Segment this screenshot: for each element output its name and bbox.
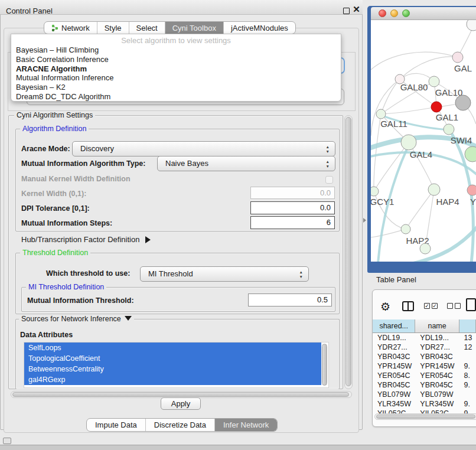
algorithm-option[interactable]: Basic Correlation Inference bbox=[11, 55, 341, 64]
split-columns-icon[interactable] bbox=[402, 301, 414, 311]
table-row[interactable]: YDL19...YDL19...13 bbox=[373, 334, 476, 343]
tab-infer-network[interactable]: Infer Network bbox=[215, 419, 277, 431]
mi-threshold-input[interactable]: 0.5 bbox=[248, 294, 332, 306]
gear-icon[interactable]: ⚙ bbox=[380, 300, 390, 314]
network-node-gal4[interactable] bbox=[401, 135, 416, 150]
algorithm-dropdown-list: Select algorithm to view settings Bayesi… bbox=[11, 34, 341, 102]
mac-zoom-icon[interactable] bbox=[402, 9, 410, 17]
table-header-row: shared...name bbox=[373, 319, 476, 333]
hub-section-label: Hub/Transcription Factor Definition bbox=[21, 235, 139, 244]
mac-close-icon[interactable] bbox=[379, 9, 386, 17]
manual-kernel-checkbox[interactable] bbox=[325, 176, 333, 184]
network-node[interactable] bbox=[420, 243, 431, 254]
tab-impute-data[interactable]: Impute Data bbox=[87, 419, 146, 431]
network-node-gal10[interactable] bbox=[429, 76, 439, 87]
attribute-item[interactable]: TopologicalCoefficient bbox=[24, 353, 321, 364]
unchecked-checkbox-icon[interactable] bbox=[447, 303, 453, 309]
collapse-down-icon bbox=[125, 316, 132, 321]
attribute-item[interactable]: SelfLoops bbox=[24, 343, 321, 353]
control-panel-titlebar bbox=[0, 0, 363, 15]
document-icon[interactable] bbox=[466, 298, 476, 311]
network-window-titlebar[interactable] bbox=[371, 7, 476, 20]
algorithm-definition-title: Algorithm Definition bbox=[20, 125, 89, 133]
table-cell: 9. bbox=[459, 362, 476, 371]
algorithm-option[interactable]: Bayesian – Hill Climbing bbox=[11, 45, 341, 55]
network-icon bbox=[51, 24, 59, 32]
tab-select[interactable]: Select bbox=[129, 22, 165, 34]
settings-vertical-scrollbar[interactable] bbox=[344, 115, 353, 389]
algorithm-option[interactable]: Mutual Information Inference bbox=[11, 73, 341, 83]
network-node-label: GAL11 bbox=[380, 119, 407, 129]
aracne-mode-select[interactable]: Discovery ▲▼ bbox=[72, 141, 335, 156]
attribute-item[interactable]: gal4RGexp bbox=[24, 374, 321, 385]
network-edge[interactable] bbox=[374, 142, 409, 191]
network-node-gcy1[interactable] bbox=[371, 187, 379, 196]
network-edge[interactable] bbox=[374, 114, 381, 191]
sources-toggle[interactable]: Sources for Network Inference bbox=[19, 315, 134, 323]
collapsed-panel-icon[interactable] bbox=[3, 438, 11, 444]
network-edge[interactable] bbox=[371, 229, 406, 237]
network-node-gal11[interactable] bbox=[376, 109, 386, 119]
table-row[interactable]: YBR045CYBR045C9. bbox=[373, 381, 476, 390]
algorithm-option[interactable]: Bayesian – K2 bbox=[11, 83, 341, 92]
network-node-hap4[interactable] bbox=[428, 184, 440, 195]
mac-minimize-icon[interactable] bbox=[390, 9, 398, 17]
panel-splitter-handle[interactable] bbox=[363, 218, 366, 223]
column-header[interactable]: name bbox=[415, 319, 459, 333]
attribute-item[interactable]: BetweennessCentrality bbox=[24, 364, 321, 374]
mi-steps-input[interactable]: 6 bbox=[250, 216, 335, 229]
close-icon[interactable]: ✕ bbox=[353, 6, 360, 14]
network-node-y[interactable] bbox=[467, 185, 476, 195]
unchecked-checkbox-icon[interactable] bbox=[455, 303, 461, 309]
which-threshold-select[interactable]: MI Threshold ▲▼ bbox=[140, 266, 309, 282]
float-window-icon[interactable] bbox=[343, 8, 350, 14]
network-node-label: HAP4 bbox=[436, 197, 459, 207]
network-node-gal[interactable] bbox=[452, 52, 463, 63]
checked-checkbox-icon[interactable]: ✓ bbox=[424, 303, 430, 309]
column-header[interactable] bbox=[459, 319, 476, 333]
hub-section-toggle[interactable]: Hub/Transcription Factor Definition bbox=[21, 235, 151, 244]
control-panel-title: Control Panel bbox=[6, 6, 53, 15]
network-node-gal1[interactable] bbox=[431, 102, 442, 112]
table-row[interactable]: YLR345WYLR345W9. bbox=[373, 400, 476, 409]
table-horizontal-scrollbar[interactable] bbox=[374, 413, 476, 420]
network-node-swi4[interactable] bbox=[444, 124, 454, 135]
apply-button[interactable]: Apply bbox=[161, 397, 201, 410]
table-row[interactable]: YBL079WYBL079W bbox=[373, 390, 476, 400]
mi-type-select[interactable]: Naive Bayes ▲▼ bbox=[157, 156, 335, 171]
attributes-scrollbar[interactable] bbox=[322, 344, 327, 386]
manual-kernel-label: Manual Kernel Width Definition bbox=[21, 175, 131, 183]
tab-jactivemnodules[interactable]: jActiveMNodules bbox=[224, 22, 295, 34]
algorithm-option[interactable]: ARACNE Algorithm bbox=[11, 64, 341, 74]
threshold-title: Threshold Definition bbox=[20, 249, 90, 257]
tab-style[interactable]: Style bbox=[97, 22, 129, 34]
network-node[interactable] bbox=[455, 95, 471, 110]
dpi-tolerance-input[interactable]: 0.0 bbox=[250, 201, 335, 214]
table-cell: YBR043C bbox=[373, 353, 415, 362]
tab-discretize-data[interactable]: Discretize Data bbox=[146, 419, 215, 431]
network-node[interactable] bbox=[465, 146, 476, 162]
network-edge[interactable] bbox=[406, 190, 434, 229]
table-cell: 12 bbox=[459, 343, 476, 353]
network-edge[interactable] bbox=[371, 52, 458, 70]
table-cell: YBL079W bbox=[415, 390, 459, 400]
tab-network[interactable]: Network bbox=[44, 22, 97, 34]
network-node-hap2[interactable] bbox=[401, 224, 410, 234]
network-node-label: SWI4 bbox=[451, 135, 472, 145]
network-canvas-svg: GALGAL80GAL10GAL1GAL11SWI4GAL4GCY1HAP4YH… bbox=[371, 20, 476, 262]
table-row[interactable]: YPR145WYPR145W9. bbox=[373, 362, 476, 371]
tab-cyni-toolbox[interactable]: Cyni Toolbox bbox=[165, 22, 224, 34]
algorithm-option[interactable]: Dream8 DC_TDC Algorithm bbox=[11, 92, 341, 102]
checked-checkbox-icon[interactable]: ✓ bbox=[432, 303, 438, 309]
network-edge[interactable] bbox=[400, 57, 458, 79]
table-row[interactable]: YER054CYER054C8. bbox=[373, 371, 476, 381]
network-node[interactable] bbox=[467, 20, 476, 31]
kernel-width-input[interactable]: 0.0 bbox=[250, 187, 335, 199]
column-header[interactable]: shared... bbox=[373, 319, 415, 333]
table-row[interactable]: YDR27...YDR27...12 bbox=[373, 343, 476, 353]
kernel-width-label: Kernel Width (0,1): bbox=[21, 190, 86, 198]
network-canvas[interactable]: GALGAL80GAL10GAL1GAL11SWI4GAL4GCY1HAP4YH… bbox=[371, 20, 476, 262]
algorithm-dropdown-placeholder: Select algorithm to view settings bbox=[11, 34, 341, 45]
table-row[interactable]: YBR043CYBR043C bbox=[373, 353, 476, 362]
network-edge[interactable] bbox=[381, 79, 400, 114]
